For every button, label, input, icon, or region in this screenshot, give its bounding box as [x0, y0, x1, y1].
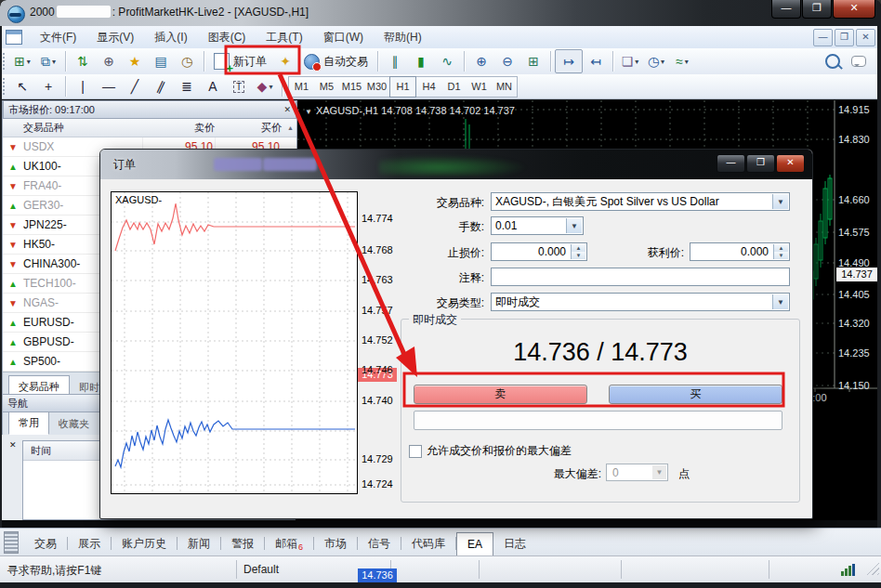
bottom-tab-EA[interactable]: EA — [456, 532, 493, 556]
bar-chart-icon[interactable]: ∥ — [382, 50, 408, 72]
bottom-tab-市场[interactable]: 市场 — [314, 531, 357, 556]
chevron-down-icon[interactable]: ▼ — [566, 218, 582, 233]
profiles-icon[interactable]: ⧉▾ — [35, 50, 61, 72]
timeframe-H1[interactable]: H1 — [389, 76, 416, 98]
favorites-icon[interactable]: ★ — [122, 50, 148, 72]
market-watch-title[interactable]: 市场报价: 09:17:00 ✕ — [3, 100, 296, 119]
menu-文件(F)[interactable]: 文件(F) — [30, 27, 86, 48]
fibonacci-icon[interactable]: ≣ — [174, 75, 200, 98]
timeframe-M15[interactable]: M15 — [339, 77, 364, 97]
new-chart-icon[interactable]: ⊞▾ — [9, 50, 35, 72]
col-buy[interactable]: 买价 — [215, 121, 282, 135]
child-restore-button[interactable]: ❐ — [835, 29, 854, 46]
panel-close-icon[interactable]: ✕ — [283, 105, 291, 114]
status-profile[interactable]: Default — [243, 563, 279, 576]
toolbar-grip[interactable] — [2, 77, 7, 96]
target-icon[interactable]: ⊕ — [96, 50, 122, 72]
comment-input[interactable] — [491, 268, 790, 286]
hline-icon[interactable]: — — [96, 75, 122, 98]
quotes-arrows-icon[interactable]: ⇅ — [70, 50, 96, 72]
max-deviation-select[interactable]: 0 ▼ — [606, 464, 668, 481]
timeframe-D1[interactable]: D1 — [441, 77, 467, 97]
bottom-tab-新闻[interactable]: 新闻 — [178, 531, 220, 556]
chevron-down-icon[interactable]: ▾ — [661, 58, 664, 66]
sell-button[interactable]: 卖 — [414, 385, 587, 404]
label-icon[interactable]: T — [226, 75, 252, 98]
bottom-tab-代码库[interactable]: 代码库 — [401, 531, 455, 556]
search-icon[interactable] — [820, 50, 846, 72]
shift-chart-icon[interactable]: ↦ — [555, 49, 583, 73]
dialog-maximize-button[interactable]: ❐ — [746, 154, 775, 173]
shapes-icon[interactable]: ◆▾ — [252, 75, 278, 98]
autotrade-button[interactable]: 自动交易 — [298, 50, 374, 72]
buy-button[interactable]: 买 — [609, 385, 782, 404]
close-button[interactable]: ✕ — [833, 0, 875, 19]
chevron-down-icon[interactable]: ▾ — [269, 83, 272, 91]
col-symbol[interactable]: 交易品种 — [3, 121, 142, 135]
chevron-down-icon[interactable]: ▼ — [772, 294, 788, 309]
child-close-button[interactable]: ✕ — [856, 29, 875, 46]
toolbar-grip[interactable] — [2, 52, 7, 71]
history-center-icon[interactable]: ◷ — [174, 50, 200, 72]
timeframe-MN[interactable]: MN — [492, 77, 517, 97]
text-icon[interactable]: A — [200, 75, 226, 98]
data-window-icon[interactable]: ▤ — [148, 50, 174, 72]
tile-windows-icon[interactable]: ⊞ — [520, 50, 546, 72]
nav-tab-收藏夹[interactable]: 收藏夹 — [49, 413, 99, 435]
bottom-tab-展示[interactable]: 展示 — [68, 531, 111, 556]
bottom-tab-日志[interactable]: 日志 — [493, 531, 536, 556]
spin-down-icon[interactable]: ▼ — [774, 252, 788, 259]
cursor-icon[interactable]: ↖ — [9, 75, 35, 98]
metaeditor-icon[interactable]: ✦ — [272, 50, 298, 72]
trendline-icon[interactable]: ╱ — [122, 75, 148, 98]
periods-icon[interactable]: ◷▾ — [643, 50, 669, 72]
line-chart-icon[interactable]: ∿ — [434, 50, 460, 72]
timeframe-M5[interactable]: M5 — [314, 77, 339, 97]
menu-插入(I)[interactable]: 插入(I) — [144, 27, 197, 48]
timeframe-H4[interactable]: H4 — [416, 77, 441, 97]
order-type-select[interactable]: 即时成交▼ — [491, 293, 790, 311]
bottom-tab-信号[interactable]: 信号 — [358, 531, 401, 556]
menu-图表(C)[interactable]: 图表(C) — [198, 27, 256, 48]
bottom-tab-账户历史[interactable]: 账户历史 — [112, 531, 177, 556]
timeframe-M30[interactable]: M30 — [364, 77, 389, 97]
terminal-grip-icon[interactable] — [4, 531, 19, 554]
col-sell[interactable]: 卖价 — [142, 121, 215, 135]
zoom-out-icon[interactable]: ⊖ — [494, 50, 520, 72]
chevron-down-icon[interactable]: ▼ — [772, 194, 788, 209]
indicators-icon[interactable]: ≈▾ — [669, 50, 695, 72]
zoom-in-icon[interactable]: ⊕ — [468, 50, 494, 72]
maximize-button[interactable]: ❐ — [802, 0, 832, 19]
chart-collapse-icon[interactable]: ▼ — [305, 108, 312, 116]
chat-icon[interactable] — [846, 50, 872, 72]
symbol-select[interactable]: XAGUSD-, 白银美元 Spot Silver vs US Dollar▼ — [491, 192, 790, 211]
bottom-tab-邮箱[interactable]: 邮箱6 — [265, 531, 313, 556]
scroll-up-icon[interactable]: ▲ — [287, 124, 294, 131]
nav-tab-常用[interactable]: 常用 — [8, 412, 49, 435]
child-minimize-button[interactable]: — — [813, 29, 833, 46]
chevron-down-icon[interactable]: ▾ — [635, 58, 638, 66]
terminal-close-icon[interactable]: ✕ — [9, 440, 17, 450]
channel-icon[interactable]: ∥ — [148, 75, 174, 98]
menu-帮助(H)[interactable]: 帮助(H) — [374, 27, 432, 48]
autoscroll-icon[interactable]: ↤ — [583, 50, 609, 72]
menu-显示(V)[interactable]: 显示(V) — [86, 27, 144, 48]
chevron-down-icon[interactable]: ▾ — [685, 58, 689, 66]
crosshair-icon[interactable]: + — [35, 75, 61, 98]
dialog-close-button[interactable]: ✕ — [776, 154, 805, 173]
deviation-checkbox[interactable] — [409, 445, 422, 458]
volume-select[interactable]: 0.01▼ — [491, 216, 584, 235]
vline-icon[interactable]: | — [70, 75, 96, 98]
chevron-down-icon[interactable]: ▾ — [27, 58, 31, 66]
templates-icon[interactable]: ❏▾ — [617, 50, 643, 72]
menu-窗口(W)[interactable]: 窗口(W) — [313, 27, 374, 48]
spin-up-icon[interactable]: ▲ — [774, 244, 788, 252]
bottom-tab-交易[interactable]: 交易 — [24, 531, 67, 556]
dialog-minimize-button[interactable]: — — [717, 154, 745, 173]
timeframe-W1[interactable]: W1 — [467, 77, 492, 97]
resize-grip[interactable] — [866, 562, 879, 575]
bottom-tab-警报[interactable]: 警报 — [221, 531, 264, 556]
stoploss-input[interactable]: 0.000 ▲▼ — [491, 242, 587, 261]
menu-工具(T)[interactable]: 工具(T) — [256, 27, 312, 48]
new-order-button[interactable]: + 新订单 — [208, 50, 272, 72]
